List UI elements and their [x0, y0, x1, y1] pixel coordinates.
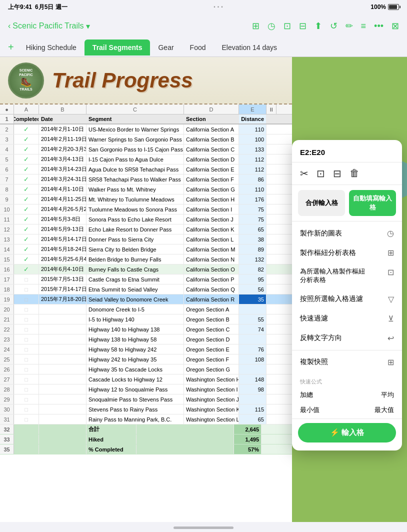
- section-cell[interactable]: California Section E: [184, 164, 239, 174]
- date-cell[interactable]: [39, 394, 86, 404]
- table-row[interactable]: 16 ✓ 2014年6月4-10日 Burney Falls to Castle…: [0, 264, 292, 274]
- distance-cell[interactable]: 112: [239, 154, 266, 164]
- distance-cell[interactable]: [239, 334, 266, 344]
- refresh-icon[interactable]: ↺: [330, 20, 338, 32]
- date-cell[interactable]: 2014年5月9-13日: [39, 224, 86, 234]
- section-cell[interactable]: Oregon Section A: [184, 304, 239, 314]
- table-row[interactable]: 11 ✓ 2014年5月3-8日 Sonora Pass to Echo Lak…: [0, 214, 292, 224]
- section-cell[interactable]: Washington Section K: [184, 404, 239, 414]
- section-cell[interactable]: Oregon Section B: [184, 314, 239, 324]
- check-cell[interactable]: ✓: [14, 154, 39, 164]
- add-tab-button[interactable]: +: [8, 42, 14, 53]
- segment-cell[interactable]: Highway 35 to Cascade Locks: [86, 364, 184, 374]
- segment-cell[interactable]: Sonora Pass to Echo Lake Resort: [86, 214, 184, 224]
- table-row[interactable]: 9 ✓ 2014年4月11-25日 Mt. Whitney to Tuolumn…: [0, 194, 292, 204]
- segment-cell[interactable]: Highway 12 to Snoqualmie Pass: [86, 384, 184, 394]
- segment-cell[interactable]: Rainy Pass to Manning Park, B.C.: [86, 414, 184, 424]
- table-row[interactable]: 15 ✓ 2014年5月25-6月4日 Belden Bridge to Bur…: [0, 254, 292, 264]
- date-cell[interactable]: 2015年7月18-20日: [39, 294, 86, 304]
- distance-cell[interactable]: 148: [239, 374, 266, 384]
- date-cell[interactable]: 2014年2月11-19日: [39, 134, 86, 144]
- date-cell[interactable]: 2014年5月25-6月4日: [39, 254, 86, 264]
- section-cell[interactable]: California Section A: [184, 124, 239, 134]
- check-cell[interactable]: ✓: [14, 124, 39, 134]
- segment-cell[interactable]: Echo Lake Resort to Donner Pass: [86, 224, 184, 234]
- table-row[interactable]: 19 □ 2015年7月18-20日 Seiad Valley to Donom…: [0, 294, 292, 304]
- table-row[interactable]: 6 ✓ 2014年3月14-23日 Agua Dulce to SR58 Teh…: [0, 164, 292, 174]
- distance-cell[interactable]: 110: [239, 124, 266, 134]
- section-cell[interactable]: California Section N: [184, 254, 239, 264]
- segment-cell[interactable]: Warner Springs to San Gorgonio Pass: [86, 134, 184, 144]
- table-row[interactable]: 2 ✓ 2014年2月1-10日 US-Mexico Border to War…: [0, 124, 292, 134]
- tab-gear[interactable]: Gear: [150, 40, 182, 56]
- col-header-e[interactable]: E: [239, 104, 266, 114]
- date-cell[interactable]: 2015年7月14-17日: [39, 284, 86, 294]
- date-cell[interactable]: [39, 374, 86, 384]
- distance-cell[interactable]: 100: [239, 134, 266, 144]
- check-cell[interactable]: ✓: [14, 164, 39, 174]
- table-row[interactable]: 13 ✓ 2014年5月14-17日 Donner Pass to Sierra…: [0, 234, 292, 244]
- distance-cell[interactable]: 38: [239, 234, 266, 244]
- spreadsheet[interactable]: SCENIC PACIFIC 🥾 TRAILS Trail Progress ●…: [0, 57, 292, 522]
- section-cell[interactable]: California Section K: [184, 224, 239, 234]
- table-row[interactable]: 32 合計 2,645: [0, 424, 292, 434]
- check-cell[interactable]: ✓: [14, 184, 39, 194]
- formula-min[interactable]: 最小值: [300, 404, 346, 416]
- distance-cell[interactable]: 98: [239, 384, 266, 394]
- date-cell[interactable]: 2014年3月14-23日: [39, 164, 86, 174]
- distance-cell[interactable]: 55: [239, 314, 266, 324]
- table-row[interactable]: 29 □ Snoqualmie Pass to Stevens Pass Was…: [0, 394, 292, 404]
- check-cell[interactable]: □: [14, 414, 39, 424]
- check-cell[interactable]: □: [14, 354, 39, 364]
- image-icon[interactable]: ⊟: [299, 20, 306, 32]
- check-cell[interactable]: □: [14, 324, 39, 334]
- date-cell[interactable]: 2014年5月14-17日: [39, 234, 86, 244]
- table-row[interactable]: 3 ✓ 2014年2月11-19日 Warner Springs to San …: [0, 134, 292, 144]
- segment-cell[interactable]: Agua Dulce to SR58 Tehachapi Pass: [86, 164, 184, 174]
- segment-cell[interactable]: Castle Crags to Etna Summit: [86, 274, 184, 284]
- col-header-c[interactable]: C: [86, 104, 184, 114]
- segment-cell[interactable]: Mt. Whitney to Tuolumne Meadows: [86, 194, 184, 204]
- segment-cell[interactable]: I-15 Cajon Pass to Agua Dulce: [86, 154, 184, 164]
- section-cell[interactable]: California Section J: [184, 214, 239, 224]
- section-cell[interactable]: California Section C: [184, 144, 239, 154]
- table-row[interactable]: 17 □ 2015年7月5-13日 Castle Crags to Etna S…: [0, 274, 292, 284]
- table-row[interactable]: 25 □ Highway 242 to Highway 35 Oregon Se…: [0, 354, 292, 364]
- segment-cell[interactable]: Donner Pass to Sierra City: [86, 234, 184, 244]
- section-cell[interactable]: California Section Q: [184, 284, 239, 294]
- date-cell[interactable]: [39, 414, 86, 424]
- date-cell[interactable]: 2014年6月4-10日: [39, 264, 86, 274]
- table-row[interactable]: 30 □ Stevens Pass to Rainy Pass Washingt…: [0, 404, 292, 414]
- segment-cell[interactable]: Stevens Pass to Rainy Pass: [86, 404, 184, 414]
- distance-cell[interactable]: [239, 364, 266, 374]
- check-cell[interactable]: □: [14, 304, 39, 314]
- segment-cell[interactable]: Burney Falls to Castle Crags: [86, 264, 184, 274]
- menu-item-pivot-selected[interactable]: 為所選輸入格製作樞紐分析表格 ⊡: [292, 262, 402, 290]
- menu-item-copy-snapshot[interactable]: 複製快照 ⊞: [292, 352, 402, 372]
- distance-cell[interactable]: 95: [239, 274, 266, 284]
- segment-cell[interactable]: Sierra City to Belden Bridge: [86, 244, 184, 254]
- distance-cell[interactable]: 176: [239, 194, 266, 204]
- table-row[interactable]: 21 □ I-5 to Highway 140 Oregon Section B…: [0, 314, 292, 324]
- formula-sum[interactable]: 加總: [300, 388, 346, 402]
- check-cell[interactable]: □: [14, 344, 39, 354]
- check-cell[interactable]: ✓: [14, 234, 39, 244]
- section-cell[interactable]: California Section H: [184, 194, 239, 204]
- check-cell[interactable]: ✓: [14, 254, 39, 264]
- check-cell[interactable]: □: [14, 334, 39, 344]
- date-cell[interactable]: [39, 364, 86, 374]
- copy-icon[interactable]: ⊡: [316, 168, 325, 180]
- segment-cell[interactable]: Belden Bridge to Burney Falls: [86, 254, 184, 264]
- table-row[interactable]: 31 □ Rainy Pass to Manning Park, B.C. Wa…: [0, 414, 292, 424]
- date-cell[interactable]: 2014年5月18-24日: [39, 244, 86, 254]
- date-cell[interactable]: [39, 344, 86, 354]
- section-cell[interactable]: California Section B: [184, 134, 239, 144]
- menu-item-new-chart[interactable]: 製作新的圖表 ◷: [292, 224, 402, 243]
- table-row[interactable]: 20 □ Donomore Creek to I-5 Oregon Sectio…: [0, 304, 292, 314]
- import-button[interactable]: ⚡ 輸入格: [298, 423, 396, 442]
- table-row[interactable]: 12 ✓ 2014年5月9-13日 Echo Lake Resort to Do…: [0, 224, 292, 234]
- distance-cell[interactable]: 74: [239, 324, 266, 334]
- table-row[interactable]: 28 □ Highway 12 to Snoqualmie Pass Washi…: [0, 384, 292, 394]
- section-cell[interactable]: California Section D: [184, 154, 239, 164]
- table-row[interactable]: 35 % Completed 57%: [0, 444, 292, 454]
